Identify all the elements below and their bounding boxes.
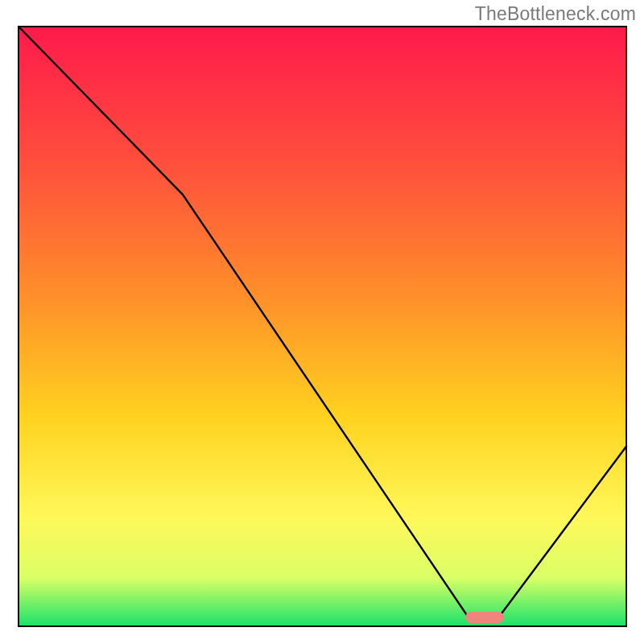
optimal-marker xyxy=(465,612,504,623)
chart-svg xyxy=(0,0,644,644)
chart-stage: TheBottleneck.com xyxy=(0,0,644,644)
watermark-label: TheBottleneck.com xyxy=(475,3,636,25)
plot-area xyxy=(19,27,626,626)
